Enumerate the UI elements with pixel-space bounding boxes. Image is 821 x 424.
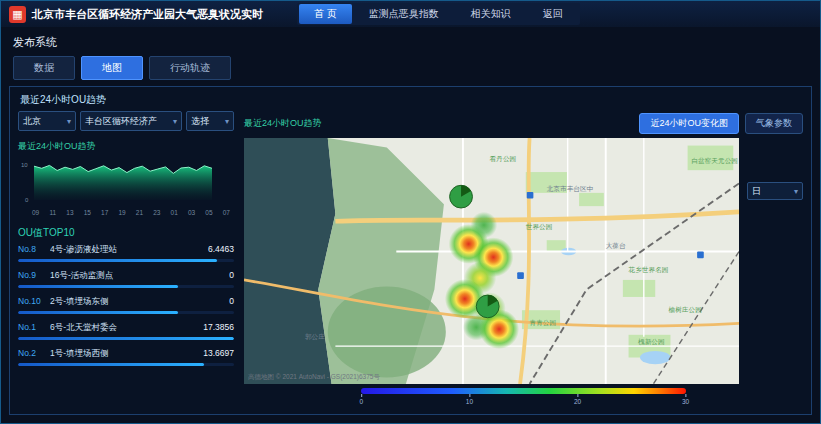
district-select[interactable]: 丰台区循环经济产 ▾ <box>80 111 182 131</box>
right-column: 最近24小时OU趋势 近24小时OU变化图 气象参数 <box>244 111 803 408</box>
map-header: 最近24小时OU趋势 近24小时OU变化图 气象参数 <box>244 113 803 134</box>
map-place-label: 青青公园 <box>530 319 557 326</box>
site-select[interactable]: 选择 ▾ <box>186 111 234 131</box>
map-header-buttons: 近24小时OU变化图 气象参数 <box>639 113 803 134</box>
x-tick-label: 13 <box>66 209 73 216</box>
top10-value: 13.6697 <box>203 348 234 358</box>
top10-bar <box>18 337 234 340</box>
x-axis-labels: 091113151719212301030507 <box>18 208 234 216</box>
map-place-label: 花乡世界名园 <box>628 266 669 274</box>
top10-row: No.84号-渗沥液处理站6.4463 <box>18 244 234 262</box>
main-panel: 最近24小时OU趋势 北京 ▾ 丰台区循环经济产 ▾ 选择 ▾ <box>9 86 812 415</box>
top10-title: OU值TOP10 <box>18 226 234 240</box>
district-select-value: 丰台区循环经济产 <box>85 115 157 128</box>
top10-name: 16号-活动监测点 <box>50 270 223 282</box>
x-tick-label: 09 <box>32 209 39 216</box>
top10-row: No.21号-填埋场西侧13.6697 <box>18 348 234 366</box>
top-header: ▦ 北京市丰台区循环经济产业园大气恶臭状况实时 首 页监测点恶臭指数相关知识返回 <box>1 1 820 27</box>
top10-name: 6号-北天堂村委会 <box>50 322 197 334</box>
tab-数据[interactable]: 数据 <box>13 56 75 80</box>
map-row: 看丹公园白盆窑天元公园北京市丰台区中大葆台世界公园花乡世界名园榆树庄公园槐新公园… <box>244 138 803 384</box>
x-tick-label: 23 <box>153 209 160 216</box>
heat-legend-gradient <box>361 388 685 394</box>
chevron-down-icon: ▾ <box>67 117 71 126</box>
top10-name: 4号-渗沥液处理站 <box>50 244 202 256</box>
ou-change-chart-button[interactable]: 近24小时OU变化图 <box>639 113 739 134</box>
legend-row: 0102030 <box>244 384 803 408</box>
top10-rank: No.10 <box>18 296 50 306</box>
map-place-label: 槐新公园 <box>638 338 665 346</box>
nav-item[interactable]: 相关知识 <box>456 4 526 24</box>
panel-title: 最近24小时OU趋势 <box>10 87 811 111</box>
map-place-label: 北京市丰台区中 <box>547 185 594 193</box>
top10-name: 1号-填埋场西侧 <box>50 348 197 360</box>
map-place-label: 榆树庄公园 <box>669 306 702 313</box>
top10-name: 2号-填埋场东侧 <box>50 296 223 308</box>
map-canvas[interactable]: 看丹公园白盆窑天元公园北京市丰台区中大葆台世界公园花乡世界名园榆树庄公园槐新公园… <box>244 138 739 384</box>
map-attribution: 高德地图 © 2021 AutoNavi - GS(2021)6375号 <box>248 373 380 382</box>
x-tick-label: 21 <box>136 209 143 216</box>
top10-rank: No.2 <box>18 348 50 358</box>
top10-bar <box>18 259 234 262</box>
interval-select-value: 日 <box>752 185 761 198</box>
publish-system-label: 发布系统 <box>13 36 57 48</box>
map-side-gutter: 日 ▾ <box>747 138 803 384</box>
map-svg: 看丹公园白盆窑天元公园北京市丰台区中大葆台世界公园花乡世界名园榆树庄公园槐新公园… <box>244 138 739 384</box>
heat-blob-green <box>471 212 498 238</box>
weather-params-button[interactable]: 气象参数 <box>745 113 803 134</box>
app-logo-icon: ▦ <box>9 6 26 23</box>
x-tick-label: 01 <box>171 209 178 216</box>
left-column: 北京 ▾ 丰台区循环经济产 ▾ 选择 ▾ 最近24小时OU趋势 <box>18 111 234 408</box>
nav-item[interactable]: 返回 <box>528 4 578 24</box>
top10-rank: No.8 <box>18 244 50 254</box>
top10-row: No.102号-填埋场东侧0 <box>18 296 234 314</box>
map-place-label: 大葆台 <box>606 242 626 250</box>
legend-tick: 20 <box>574 394 581 405</box>
chevron-down-icon: ▾ <box>225 117 229 126</box>
map-section-title: 最近24小时OU趋势 <box>244 117 322 130</box>
top10-value: 0 <box>229 270 234 280</box>
chevron-down-icon: ▾ <box>794 187 798 196</box>
trend-chart-canvas: 10 0 <box>18 156 216 204</box>
x-tick-label: 11 <box>49 209 56 216</box>
y-axis-min-label: 0 <box>25 197 29 203</box>
x-tick-label: 19 <box>118 209 125 216</box>
x-tick-label: 15 <box>84 209 91 216</box>
map-place-label: 看丹公园 <box>490 155 517 163</box>
x-tick-label: 03 <box>188 209 195 216</box>
publish-row: 发布系统 <box>1 27 820 52</box>
y-axis-max-label: 10 <box>21 162 28 168</box>
legend-tick: 10 <box>466 394 473 405</box>
tab-地图[interactable]: 地图 <box>81 56 143 80</box>
top10-value: 0 <box>229 296 234 306</box>
main-nav: 首 页监测点恶臭指数相关知识返回 <box>297 3 580 25</box>
top10-bar <box>18 363 234 366</box>
x-tick-label: 05 <box>205 209 212 216</box>
trend-chart: 10 0 <box>18 156 234 208</box>
legend-tick: 0 <box>360 394 364 405</box>
tab-行动轨迹[interactable]: 行动轨迹 <box>149 56 231 80</box>
site-select-value: 选择 <box>191 115 209 128</box>
app-title: 北京市丰台区循环经济产业园大气恶臭状况实时 <box>32 7 263 22</box>
top10-rank: No.1 <box>18 322 50 332</box>
legend-tick: 30 <box>682 394 689 405</box>
top10-bar <box>18 285 234 288</box>
top10-value: 6.4463 <box>208 244 234 254</box>
interval-select[interactable]: 日 ▾ <box>747 182 803 200</box>
map-place-label: 郭公庄 <box>305 333 325 341</box>
chevron-down-icon: ▾ <box>173 117 177 126</box>
top10-bar <box>18 311 234 314</box>
app-window: ▦ 北京市丰台区循环经济产业园大气恶臭状况实时 首 页监测点恶臭指数相关知识返回… <box>0 0 821 424</box>
nav-item[interactable]: 首 页 <box>299 4 352 24</box>
top10-row: No.916号-活动监测点0 <box>18 270 234 288</box>
city-select[interactable]: 北京 ▾ <box>18 111 76 131</box>
top10-value: 17.3856 <box>203 322 234 332</box>
panel-body: 北京 ▾ 丰台区循环经济产 ▾ 选择 ▾ 最近24小时OU趋势 <box>10 111 811 414</box>
nav-item[interactable]: 监测点恶臭指数 <box>354 4 454 24</box>
map-place-label: 白盆窑天元公园 <box>691 157 738 165</box>
view-tabs: 数据地图行动轨迹 <box>1 52 820 84</box>
top10-row: No.16号-北天堂村委会17.3856 <box>18 322 234 340</box>
filter-row: 北京 ▾ 丰台区循环经济产 ▾ 选择 ▾ <box>18 111 234 131</box>
x-tick-label: 17 <box>101 209 108 216</box>
x-tick-label: 07 <box>223 209 230 216</box>
